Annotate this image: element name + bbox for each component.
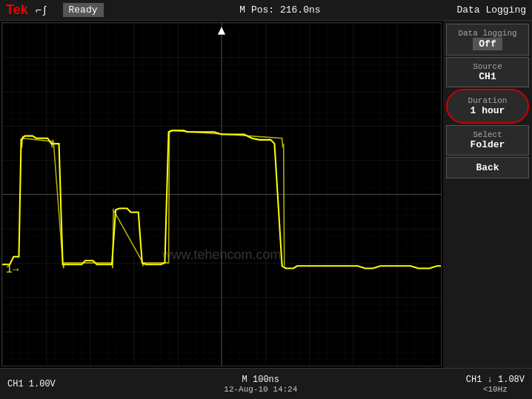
data-logging-value: Off xyxy=(473,38,502,50)
time-scale: M 100ns 12-Aug-10 14:24 xyxy=(224,375,297,394)
grid-svg: 1→ xyxy=(2,23,441,366)
main-content: 1→ www.tehencom.com Data logging Off Sou… xyxy=(0,21,532,368)
back-label: Back xyxy=(450,162,525,173)
duration-label: Duration xyxy=(452,96,523,105)
source-value: CH1 xyxy=(450,71,525,82)
status-bar: CH1 1.00V M 100ns 12-Aug-10 14:24 CH1 ↓ … xyxy=(0,368,532,399)
status-badge: Ready xyxy=(63,3,104,17)
duration-button[interactable]: Duration 1 hour xyxy=(446,89,529,124)
ch1-trigger: CH1 ↓ 1.08V <10Hz xyxy=(466,375,525,394)
tek-logo: Tek xyxy=(6,2,28,18)
data-logging-label: Data logging xyxy=(450,29,525,38)
select-folder-button[interactable]: Select Folder xyxy=(446,125,529,155)
m-pos-display: M Pos: 216.0ns xyxy=(239,4,320,16)
select-folder-sub: Folder xyxy=(450,139,525,150)
right-panel: Data logging Off Source CH1 Duration 1 h… xyxy=(443,21,532,368)
duration-value: 1 hour xyxy=(452,105,523,116)
select-folder-label: Select xyxy=(450,130,525,139)
source-button[interactable]: Source CH1 xyxy=(446,57,529,87)
back-button[interactable]: Back xyxy=(446,157,529,178)
scope-display: 1→ www.tehencom.com xyxy=(1,22,442,366)
source-label: Source xyxy=(450,62,525,71)
duration-wrapper: Duration 1 hour xyxy=(446,89,529,124)
data-logging-header: Data Logging xyxy=(456,4,526,16)
data-logging-button[interactable]: Data logging Off xyxy=(446,24,529,56)
header-bar: Tek ⌐∫ Ready M Pos: 216.0ns Data Logging xyxy=(0,0,532,21)
ch1-scale: CH1 1.00V xyxy=(7,379,56,389)
svg-text:1→: 1→ xyxy=(6,264,19,275)
trigger-icon: ⌐∫ xyxy=(36,4,48,16)
